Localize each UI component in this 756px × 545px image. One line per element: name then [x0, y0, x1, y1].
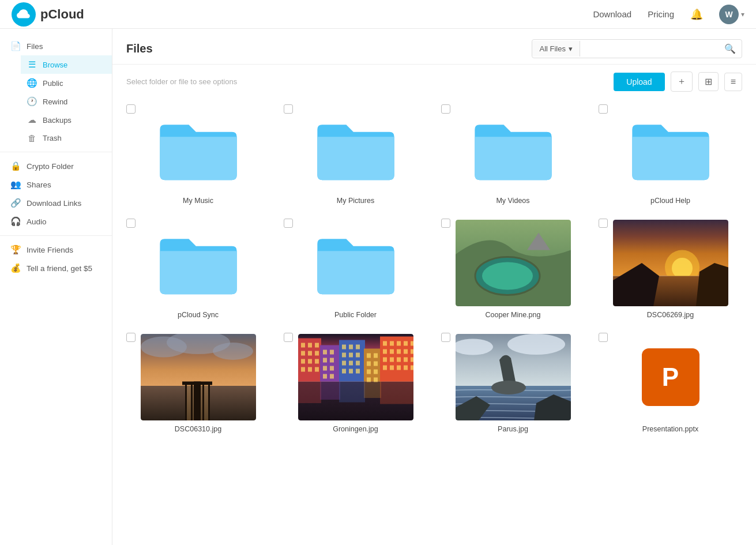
- sidebar-item-backups[interactable]: ☁ Backups: [21, 111, 112, 129]
- file-checkbox-my-pictures[interactable]: [284, 104, 293, 114]
- search-filter-caret: ▾: [569, 44, 573, 53]
- rewind-icon: 🕐: [27, 96, 37, 107]
- file-name-parus: Parus.jpg: [498, 425, 528, 433]
- folder-icon-public-folder: [313, 228, 399, 298]
- file-name-dsc06269: DSC06269.jpg: [647, 311, 694, 319]
- sidebar-item-crypto-folder[interactable]: 🔒 Crypto Folder: [0, 157, 112, 175]
- sidebar-item-rewind[interactable]: 🕐 Rewind: [21, 92, 112, 111]
- file-item-presentation[interactable]: P Presentation.pptx: [592, 327, 749, 441]
- user-avatar-wrap[interactable]: W ▾: [719, 5, 744, 24]
- sidebar-item-tell-a-friend[interactable]: 💰 Tell a friend, get $5: [0, 259, 112, 277]
- file-item-groningen[interactable]: Groningen.jpg: [277, 327, 434, 441]
- file-item-pcloud-help[interactable]: pCloud Help: [592, 99, 749, 213]
- search-button[interactable]: 🔍: [719, 40, 742, 58]
- file-checkbox-parus[interactable]: [441, 333, 450, 342]
- file-checkbox-public-folder[interactable]: [284, 219, 293, 228]
- search-input-wrap: [580, 41, 719, 57]
- files-header: Files All Files ▾ 🔍: [112, 29, 756, 65]
- sidebar-item-trash[interactable]: 🗑 Trash: [21, 129, 112, 147]
- search-filter-button[interactable]: All Files ▾: [532, 41, 580, 57]
- folder-icon-my-music: [155, 114, 242, 183]
- sidebar-item-download-links[interactable]: 🔗 Download Links: [0, 194, 112, 212]
- folder-icon-my-pictures: [313, 114, 399, 183]
- backups-icon: ☁: [27, 115, 37, 125]
- notifications-bell[interactable]: 🔔: [690, 8, 703, 21]
- topnav-right: Download Pricing 🔔 W ▾: [593, 5, 744, 24]
- tell-a-friend-icon: 💰: [10, 263, 21, 273]
- file-checkbox-cooper-mine[interactable]: [441, 219, 450, 228]
- file-name-cooper-mine: Cooper Mine.png: [486, 311, 541, 319]
- file-item-my-pictures[interactable]: My Pictures: [277, 99, 434, 213]
- new-folder-button[interactable]: ＋: [671, 72, 693, 92]
- file-checkbox-my-music[interactable]: [126, 104, 136, 114]
- folder-icon-pcloud-sync: [155, 228, 242, 298]
- audio-icon: 🎧: [10, 216, 21, 227]
- sidebar-item-audio[interactable]: 🎧 Audio: [0, 212, 112, 231]
- public-icon: 🌐: [27, 78, 37, 88]
- file-item-dsc06310[interactable]: DSC06310.jpg: [119, 327, 277, 441]
- file-item-parus[interactable]: Parus.jpg: [434, 327, 592, 441]
- file-name-presentation: Presentation.pptx: [642, 425, 698, 433]
- logo-text: pCloud: [40, 7, 84, 22]
- upload-button[interactable]: Upload: [614, 73, 664, 91]
- file-thumb-my-pictures: [298, 106, 413, 192]
- file-item-pcloud-sync[interactable]: pCloud Sync: [119, 213, 277, 327]
- logo[interactable]: pCloud: [12, 2, 84, 27]
- sidebar-label-backups: Backups: [43, 116, 72, 125]
- sidebar: 📄 Files ☰ Browse 🌐 Public 🕐 Rewind ☁ Bac…: [0, 29, 112, 545]
- files-icon: 📄: [10, 41, 21, 51]
- file-thumb-dsc06269: [613, 220, 728, 306]
- file-checkbox-pcloud-sync[interactable]: [126, 219, 136, 228]
- file-thumb-my-videos: [456, 106, 571, 192]
- sidebar-item-invite-friends[interactable]: 🏆 Invite Friends: [0, 240, 112, 259]
- file-thumb-parus: [456, 334, 571, 420]
- file-checkbox-pcloud-help[interactable]: [599, 104, 608, 114]
- download-links-icon: 🔗: [10, 198, 21, 208]
- search-input[interactable]: [586, 41, 713, 57]
- file-name-pcloud-help: pCloud Help: [650, 197, 690, 205]
- file-name-groningen: Groningen.jpg: [333, 425, 378, 433]
- file-name-my-videos: My Videos: [496, 197, 529, 205]
- file-thumb-public-folder: [298, 220, 413, 306]
- image-groningen: [298, 334, 413, 420]
- files-title: Files: [126, 42, 153, 55]
- file-name-my-music: My Music: [183, 197, 213, 205]
- sidebar-label-browse: Browse: [43, 61, 67, 69]
- sidebar-item-public[interactable]: 🌐 Public: [21, 74, 112, 92]
- image-parus: [456, 334, 571, 420]
- sidebar-label-trash: Trash: [43, 134, 62, 142]
- sidebar-label-rewind: Rewind: [43, 97, 67, 106]
- file-checkbox-dsc06310[interactable]: [126, 333, 136, 342]
- file-checkbox-my-videos[interactable]: [441, 104, 450, 114]
- download-link[interactable]: Download: [593, 9, 631, 19]
- sidebar-item-browse[interactable]: ☰ Browse: [21, 55, 112, 74]
- invite-friends-icon: 🏆: [10, 245, 21, 255]
- sort-button[interactable]: ≡: [724, 73, 742, 91]
- file-item-my-videos[interactable]: My Videos: [434, 99, 592, 213]
- sidebar-item-files[interactable]: 📄 Files: [0, 37, 112, 55]
- sidebar-divider-2: [0, 235, 112, 236]
- file-checkbox-groningen[interactable]: [284, 333, 293, 342]
- sidebar-label-audio: Audio: [27, 217, 47, 226]
- trash-icon: 🗑: [27, 133, 37, 143]
- file-checkbox-dsc06269[interactable]: [599, 219, 608, 228]
- crypto-folder-icon: 🔒: [10, 161, 21, 171]
- file-item-dsc06269[interactable]: DSC06269.jpg: [592, 213, 749, 327]
- file-thumb-presentation: P: [613, 334, 728, 420]
- user-avatar: W: [719, 5, 739, 24]
- file-thumb-pcloud-sync: [141, 220, 256, 306]
- toolbar-hint: Select folder or file to see options: [126, 77, 608, 86]
- file-item-cooper-mine[interactable]: Cooper Mine.png: [434, 213, 592, 327]
- image-cooper-mine: [456, 220, 571, 306]
- image-dsc06310: [141, 334, 256, 420]
- file-name-pcloud-sync: pCloud Sync: [178, 311, 219, 319]
- file-thumb-pcloud-help: [613, 106, 728, 192]
- file-item-public-folder[interactable]: Public Folder: [277, 213, 434, 327]
- pricing-link[interactable]: Pricing: [648, 9, 674, 19]
- file-item-my-music[interactable]: My Music: [119, 99, 277, 213]
- grid-view-button[interactable]: ⊞: [698, 72, 719, 91]
- file-checkbox-presentation[interactable]: [599, 333, 608, 342]
- avatar-caret: ▾: [741, 10, 744, 18]
- sidebar-item-shares[interactable]: 👥 Shares: [0, 175, 112, 194]
- file-thumb-cooper-mine: [456, 220, 571, 306]
